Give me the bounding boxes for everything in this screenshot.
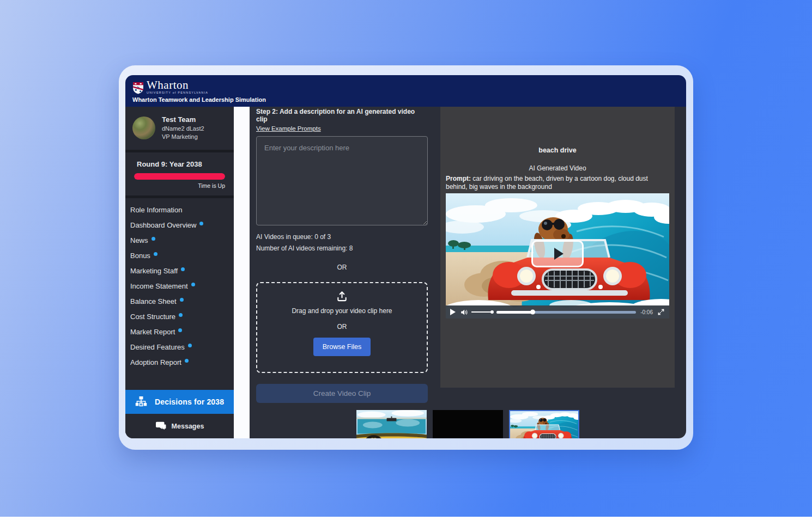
notification-dot: [199, 222, 203, 225]
sidebar-item-market-report[interactable]: Market Report: [125, 325, 234, 340]
sidebar-item-marketing-staff[interactable]: Marketing Staff: [125, 264, 234, 279]
sidebar-item-balance-sheet[interactable]: Balance Sheet: [125, 294, 234, 309]
decisions-button[interactable]: ? Decisions for 2038: [125, 390, 234, 414]
menu-label: Income Statement: [130, 282, 188, 290]
scroll-gutter[interactable]: [234, 107, 250, 438]
sidebar-item-income-statement[interactable]: Income Statement: [125, 279, 234, 294]
menu-label: Bonus: [130, 252, 150, 260]
sidebar-item-adoption-report[interactable]: Adoption Report: [125, 355, 234, 370]
dropzone-instruction: Drag and drop your video clip here: [292, 307, 392, 315]
team-name: Test Team: [162, 115, 204, 124]
play-icon: [554, 248, 563, 260]
video-controls: -0:06: [446, 305, 669, 319]
prompt-label: Prompt:: [446, 175, 471, 182]
round-progress-fill: [134, 173, 225, 180]
sidebar-item-dashboard-overview[interactable]: Dashboard Overview: [125, 218, 234, 233]
app-header: Wharton UNIVERSITY of PENNSYLVANIA Whart…: [125, 75, 686, 107]
sidebar-item-role-information[interactable]: Role Information: [125, 203, 234, 218]
clip-thumbnails: [250, 410, 686, 438]
menu-label: Adoption Report: [130, 358, 181, 366]
sidebar-item-cost-structure[interactable]: Cost Structure: [125, 309, 234, 325]
clip-prompt: Prompt: car driving on the beach, driven…: [446, 175, 669, 191]
beach-drive-thumbnail-image: [510, 411, 578, 438]
notification-dot: [180, 298, 184, 302]
team-member: dName2 dLast2: [162, 125, 204, 132]
step-title: Step 2: Add a description for an AI gene…: [256, 108, 428, 123]
video-form-column: Step 2: Add a description for an AI gene…: [256, 107, 428, 403]
team-info: Test Team dName2 dLast2 VP Marketing: [162, 115, 204, 140]
video-dropzone[interactable]: Drag and drop your video clip here OR Br…: [256, 282, 428, 373]
menu-label: Balance Sheet: [130, 297, 177, 305]
round-progress-track: [134, 173, 225, 180]
clip-title: beach drive: [538, 146, 576, 154]
messages-button[interactable]: Messages: [125, 414, 234, 438]
page-bottom-strip: [0, 517, 812, 520]
menu-label: Marketing Staff: [130, 267, 178, 275]
logo-text: Wharton UNIVERSITY of PENNSYLVANIA: [147, 79, 208, 95]
notification-dot: [179, 313, 183, 317]
volume-thumb[interactable]: [490, 310, 494, 314]
sidebar-item-desired-features[interactable]: Desired Features: [125, 340, 234, 355]
svg-text:?: ?: [141, 403, 142, 406]
seek-bar[interactable]: [496, 311, 636, 314]
menu-label: Market Report: [130, 328, 175, 336]
queue-status: AI Videos in queue: 0 of 3: [256, 233, 428, 241]
upload-icon: [336, 290, 348, 303]
menu-label: Desired Features: [130, 343, 185, 351]
notification-dot: [185, 359, 189, 363]
round-title: Round 9: Year 2038: [134, 160, 225, 168]
videos-remaining: Number of AI videos remaining: 8: [256, 244, 428, 252]
menu-label: Dashboard Overview: [130, 221, 196, 229]
menu-label: News: [130, 236, 148, 244]
sidebar-item-bonus[interactable]: Bonus: [125, 248, 234, 264]
logo-title: Wharton: [147, 79, 208, 91]
volume-icon[interactable]: [460, 308, 468, 316]
yellow-car-thumbnail-image: [356, 410, 427, 438]
clip-subtitle: AI Generated Video: [529, 164, 586, 172]
main-content: Step 2: Add a description for an AI gene…: [250, 107, 686, 438]
app-title: Wharton Teamwork and Leadership Simulati…: [132, 96, 686, 103]
sidebar-menu: Role Information Dashboard Overview News…: [125, 198, 234, 370]
create-video-clip-button[interactable]: Create Video Clip: [256, 384, 428, 403]
team-avatar: [132, 117, 155, 139]
or-divider: OR: [256, 264, 428, 271]
wharton-logo: Wharton UNIVERSITY of PENNSYLVANIA: [132, 79, 686, 95]
volume-slider[interactable]: [471, 311, 492, 313]
notification-dot: [181, 267, 185, 271]
volume-fill: [471, 311, 489, 313]
big-play-button[interactable]: [531, 240, 584, 267]
description-input[interactable]: [256, 136, 428, 225]
browse-files-button[interactable]: Browse Files: [313, 338, 371, 356]
logo-subtitle: UNIVERSITY of PENNSYLVANIA: [147, 91, 208, 95]
volume-control: [460, 308, 492, 316]
menu-label: Cost Structure: [130, 313, 175, 321]
app-window: Wharton UNIVERSITY of PENNSYLVANIA Whart…: [125, 75, 686, 438]
thumbnail-yellow-car-clip[interactable]: [356, 410, 427, 438]
sidebar-item-news[interactable]: News: [125, 233, 234, 248]
notification-dot: [188, 344, 192, 347]
team-role: VP Marketing: [162, 133, 204, 140]
view-example-prompts-link[interactable]: View Example Prompts: [256, 125, 321, 132]
round-status: Time is Up: [134, 182, 225, 189]
fullscreen-icon[interactable]: [657, 308, 665, 316]
seek-fill: [496, 311, 533, 314]
play-button[interactable]: [450, 309, 456, 315]
notification-dot: [152, 237, 155, 241]
prompt-text: car driving on the beach, driven by a ca…: [446, 175, 648, 191]
chat-bubbles-icon: [155, 421, 167, 431]
decisions-label: Decisions for 2038: [155, 397, 224, 406]
thumbnail-black-clip[interactable]: [433, 410, 503, 438]
video-preview-panel: beach drive AI Generated Video Prompt: c…: [440, 107, 675, 388]
notification-dot: [191, 283, 195, 286]
video-player[interactable]: -0:06: [446, 193, 669, 319]
round-section: Round 9: Year 2038 Time is Up: [125, 152, 234, 195]
time-remaining: -0:06: [640, 309, 653, 315]
decision-tree-icon: ?: [135, 395, 148, 408]
thumbnail-beach-drive-clip[interactable]: [509, 410, 579, 438]
sidebar: Test Team dName2 dLast2 VP Marketing Rou…: [125, 107, 234, 438]
menu-label: Role Information: [130, 206, 182, 214]
messages-label: Messages: [172, 423, 204, 430]
notification-dot: [154, 252, 157, 256]
dropzone-or-divider: OR: [337, 323, 347, 331]
penn-shield-icon: [132, 82, 144, 95]
